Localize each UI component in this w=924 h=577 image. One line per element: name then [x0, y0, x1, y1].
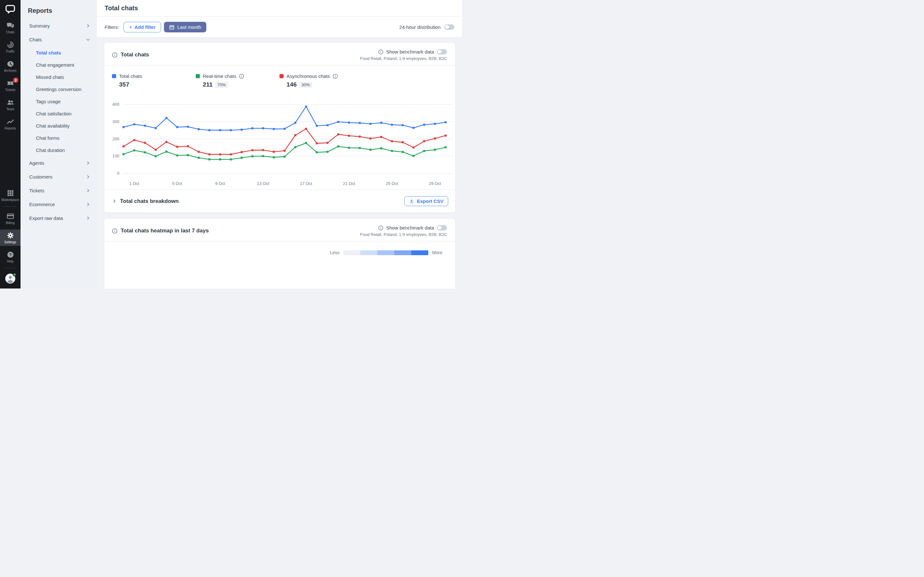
team-icon [7, 99, 14, 106]
legend-item-asynchronous-chats: Asynchronous chats14630% [279, 73, 363, 88]
sidebar-item-customers[interactable]: Customers [21, 170, 97, 184]
rail-item-label: Marketplace [1, 198, 19, 201]
heatmap-legend-more: More [432, 250, 443, 255]
svg-text:29 Oct: 29 Oct [429, 181, 441, 186]
breakdown-title: Total chats breakdown [120, 198, 179, 205]
heatmap-legend: Less More [104, 242, 455, 255]
svg-text:21 Oct: 21 Oct [343, 181, 355, 186]
rail-item-tickets[interactable]: 3Tickets [0, 77, 21, 93]
rail-item-billing[interactable]: Billing [0, 210, 21, 227]
benchmark-label: Show benchmark data [386, 49, 434, 55]
rail-item-marketplace[interactable]: Marketplace [0, 187, 21, 203]
help-icon: ? [7, 251, 14, 258]
sidebar-item-label: Tickets [29, 188, 44, 193]
sidebar-item-label: Ecommerce [29, 201, 55, 207]
settings-icon [7, 232, 14, 239]
svg-text:300: 300 [112, 119, 120, 124]
avatar[interactable] [5, 273, 16, 284]
rail-item-help[interactable]: ?Help [0, 249, 21, 265]
sidebar-item-chat-forms[interactable]: Chat forms [21, 132, 97, 144]
sidebar-item-chat-engagement[interactable]: Chat engagement [21, 59, 97, 71]
billing-icon [7, 213, 14, 220]
rail-item-chats[interactable]: Chats [0, 19, 21, 36]
reports-icon [7, 118, 14, 125]
sidebar-item-missed-chats[interactable]: Missed chats [21, 71, 97, 83]
distribution-toggle[interactable] [444, 24, 454, 30]
add-filter-button[interactable]: + Add filter [124, 22, 161, 32]
sidebar-item-greetings-conversion[interactable]: Greetings conversion [21, 83, 97, 95]
sidebar-item-chat-satisfaction[interactable]: Chat satisfaction [21, 107, 97, 119]
rail-item-traffic[interactable]: Traffic [0, 39, 21, 55]
rail-item-label: Help [7, 259, 14, 263]
sidebar-item-chat-duration[interactable]: Chat duration [21, 144, 97, 156]
heatmap-title: Total chats heatmap in last 7 days [121, 227, 209, 234]
heat-scale-cell-3 [394, 250, 411, 255]
sidebar-item-total-chats[interactable]: Total chats [21, 47, 97, 59]
svg-text:17 Oct: 17 Oct [300, 181, 312, 186]
rail-item-reports[interactable]: Reports [0, 116, 21, 132]
heat-scale-cell-2 [377, 250, 394, 255]
archives-icon [7, 60, 14, 68]
distribution-label: 24-hour distribution [399, 24, 441, 30]
date-range-button[interactable]: Last month [164, 22, 206, 32]
line-chart: 01002003004001 Oct5 Oct9 Oct13 Oct17 Oct… [104, 90, 455, 189]
rail-item-label: Team [6, 107, 15, 111]
rail-divider [4, 206, 17, 207]
svg-text:400: 400 [112, 102, 120, 107]
livechat-logo-icon[interactable] [5, 3, 16, 15]
sidebar-item-export-raw-data[interactable]: Export raw data [21, 211, 97, 225]
info-icon[interactable] [112, 52, 118, 58]
online-status-dot [13, 273, 16, 276]
content-area: Total chats Show benchmark data Food Ret… [97, 37, 462, 288]
sidebar-item-label: Customers [29, 174, 53, 179]
breakdown-expander[interactable]: Total chats breakdown [112, 198, 179, 205]
rail-item-settings[interactable]: Settings [0, 229, 21, 246]
legend-item-total-chats: Total chats357 [112, 73, 196, 88]
benchmark-description: Food Retail, Poland, 1-9 employees, B2B,… [360, 232, 447, 237]
chevron-right-icon [112, 199, 117, 203]
export-csv-button[interactable]: Export CSV [404, 196, 448, 206]
sidebar-heading: Reports [21, 5, 97, 19]
chevron-right-icon [86, 174, 90, 179]
benchmark-toggle[interactable] [437, 49, 447, 55]
legend-swatch [196, 74, 200, 78]
sidebar-item-label: Chat duration [36, 147, 65, 153]
svg-text:25 Oct: 25 Oct [386, 181, 399, 186]
sidebar-item-label: Total chats [36, 50, 61, 55]
sidebar-item-agents[interactable]: Agents [21, 156, 97, 170]
title-bar: Total chats [97, 0, 462, 17]
legend-value: 146 [286, 81, 297, 88]
benchmark-label: Show benchmark data [386, 225, 434, 230]
legend-percent: 70% [215, 82, 228, 88]
info-icon[interactable] [378, 49, 383, 55]
info-icon[interactable] [333, 74, 338, 79]
rail-item-team[interactable]: Team [0, 97, 21, 113]
info-icon[interactable] [239, 74, 244, 79]
legend-swatch [279, 74, 284, 78]
sidebar-item-tags-usage[interactable]: Tags usage [21, 95, 97, 107]
filters-bar: Filters: + Add filter Last month 24-hour… [97, 17, 462, 37]
legend-label: Total chats [119, 73, 142, 79]
rail-item-label: Archives [4, 69, 16, 73]
info-icon[interactable] [112, 228, 118, 234]
sidebar-item-chat-availability[interactable]: Chat availability [21, 119, 97, 132]
rail-item-archives[interactable]: Archives [0, 58, 21, 74]
benchmark-toggle[interactable] [437, 225, 447, 230]
sidebar-item-tickets[interactable]: Tickets [21, 184, 97, 197]
info-icon[interactable] [378, 226, 383, 230]
toggle-knob [438, 226, 442, 230]
sidebar-item-chats[interactable]: Chats [21, 33, 97, 47]
heat-scale-cell-1 [360, 250, 377, 255]
svg-text:13 Oct: 13 Oct [257, 181, 270, 186]
sidebar-item-ecommerce[interactable]: Ecommerce [21, 197, 97, 211]
heat-scale-cell-0 [343, 250, 360, 255]
sidebar-item-label: Chats [29, 37, 42, 42]
benchmark-description: Food Retail, Poland, 1-9 employees, B2B,… [360, 56, 447, 61]
sidebar-item-label: Chat forms [36, 135, 59, 141]
sidebar-item-label: Export raw data [29, 215, 63, 221]
legend-swatch [112, 74, 116, 78]
legend-percent: 30% [299, 82, 312, 88]
sidebar-item-label: Tags usage [36, 99, 61, 104]
tickets-icon: 3 [7, 79, 14, 87]
sidebar-item-summary[interactable]: Summary [21, 19, 97, 33]
